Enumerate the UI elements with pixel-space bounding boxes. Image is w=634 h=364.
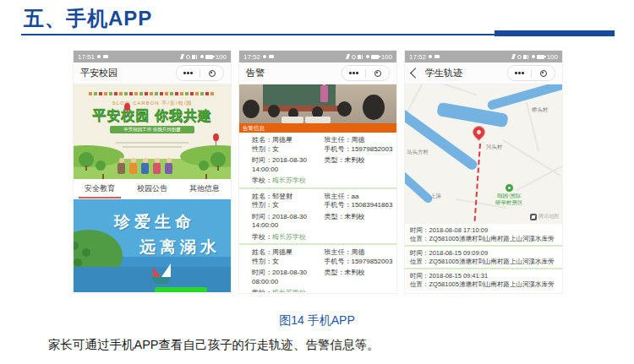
map-label-village: 河头村: [486, 144, 503, 151]
record-time: 2018-08-15 09:09:09: [429, 249, 489, 257]
figure-caption: 图14 手机APP: [0, 313, 634, 329]
trajectory-record[interactable]: 时间：2018-08-15 09:41:31 位置：ZQ581005浦塘村到山南…: [405, 269, 562, 291]
alert-entry[interactable]: 姓名：周德星 性别：女 时间：2018-08-30 08:00:00 学校：梅长…: [239, 245, 396, 292]
phone-screenshot-trajectory: 17:52 100 学生轨迹: [405, 51, 562, 293]
screenshot-strip: 17:51 100 平安校园 SLOW CARBON: [74, 51, 562, 293]
screenshot-icon: [269, 55, 274, 59]
alert-type: 未到校: [344, 269, 364, 276]
signal-icon: [523, 55, 529, 59]
phone-screenshot-alerts: 17:52 100 告警: [239, 51, 396, 293]
tab-bar: 安全教育 校园公告 其他信息: [74, 179, 231, 199]
alert-entry[interactable]: 姓名：周德星 性别：女 时间：2018-08-30 14:00:00 学校：梅长…: [239, 133, 396, 189]
river: [486, 84, 562, 111]
alert-phone: 15979852003: [351, 258, 392, 265]
map-logo-icon: [530, 214, 537, 220]
alert-phone: 15979852003: [351, 145, 392, 153]
battery-icon: [537, 55, 544, 59]
record-location: ZQ581005浦塘村到山南村路上山河溪水库旁: [429, 235, 555, 242]
banner-fineprint-line: [123, 146, 182, 148]
nav-bar: 平安校园: [74, 62, 231, 84]
battery-icon: [205, 55, 213, 59]
record-location: ZQ581005浦塘村到山南村路上山河溪水库旁: [429, 258, 555, 265]
miniprogram-capsule: [342, 65, 390, 81]
back-arrow-icon[interactable]: [410, 68, 421, 79]
signal-icon: [192, 55, 198, 59]
tab-other-info[interactable]: 其他信息: [178, 179, 231, 198]
close-minimize-button[interactable]: [366, 66, 389, 80]
more-menu-button[interactable]: [342, 66, 365, 80]
location-pin-icon[interactable]: [471, 124, 486, 139]
trajectory-record[interactable]: 时间：2018-08-15 09:09:09 位置：ZQ581005浦塘村到山南…: [405, 247, 562, 269]
target-icon: [374, 70, 381, 77]
student-head: [243, 100, 260, 118]
alert-school: 梅长苏学校: [272, 177, 306, 184]
carousel-progress-bar: [155, 287, 207, 292]
alert-section-header: 告警信息: [239, 123, 396, 133]
more-menu-button[interactable]: [177, 66, 199, 80]
sailboat-icon: [151, 262, 180, 284]
tree-icon: [96, 160, 106, 171]
battery-percent: 100: [381, 53, 392, 61]
alert-name: 邹登财: [272, 193, 292, 200]
status-bar: 17:52 100: [405, 51, 562, 62]
status-time: 17:52: [243, 53, 260, 61]
mute-icon: [200, 55, 204, 58]
more-menu-icon: [353, 72, 355, 74]
tree-icon: [199, 160, 209, 171]
alarm-icon: [97, 55, 101, 58]
drowning-safety-poster[interactable]: 珍爱生命 远离溺水: [74, 199, 231, 292]
poster-line1: 珍爱生命: [114, 211, 195, 233]
more-menu-icon: [518, 72, 521, 74]
tab-safety-education[interactable]: 安全教育: [74, 179, 126, 198]
tab-campus-notice[interactable]: 校园公告: [126, 179, 178, 198]
phone-screenshot-campus: 17:51 100 平安校园 SLOW CARBON: [74, 51, 231, 293]
student-shoulder: [281, 117, 303, 123]
map-poi: 颐园·国际 研学村景区: [495, 184, 523, 205]
alert-name: 周德星: [272, 248, 292, 256]
trajectory-map[interactable]: 马头方村 河头村 桥头村 上涂 颐园·国际 研学村景区 腾讯地图: [405, 84, 562, 224]
map-label-village: 马头方村: [407, 149, 429, 156]
map-road: [516, 162, 562, 192]
classroom-photo: [239, 84, 396, 123]
nav-title: 学生轨迹: [425, 67, 462, 79]
student-head: [337, 101, 352, 117]
map-road: [440, 84, 477, 95]
alarm-icon: [429, 55, 432, 58]
trajectory-record[interactable]: 时间：2018-08-08 17:10:09 位置：ZQ581005浦塘村到山南…: [405, 224, 562, 247]
description-text: 家长可通过手机APP查看自己孩子的行走轨迹、告警信息等。: [48, 337, 380, 353]
campus-banner[interactable]: SLOW CARBON 平/安/校/园 平安校园 你我共建 平安校园工作 你我共…: [74, 84, 231, 179]
status-time: 17:51: [78, 53, 95, 61]
status-bar: 17:52 100: [239, 51, 396, 62]
more-menu-button[interactable]: [508, 66, 531, 80]
teacher-figure: [320, 85, 328, 102]
alert-name: 周德星: [272, 136, 292, 144]
clock-icon: [517, 55, 522, 59]
poi-icon: [506, 184, 513, 192]
alert-gender: 女: [272, 201, 279, 209]
record-time: 2018-08-15 09:41:31: [429, 272, 489, 280]
tree-icon: [79, 152, 94, 167]
title-underline-accent: [495, 30, 615, 36]
record-location: ZQ581005浦塘村到山南村路上山河溪水库旁: [429, 280, 555, 288]
bunting-flags-icon: [89, 92, 216, 95]
close-minimize-button[interactable]: [200, 66, 223, 80]
charging-icon: [511, 54, 516, 59]
tree-icon: [210, 152, 226, 167]
alert-teacher: 周德: [351, 248, 364, 256]
target-icon: [209, 70, 216, 77]
student-head: [268, 105, 280, 117]
mute-icon: [532, 55, 535, 58]
cartoon-children: [118, 163, 172, 174]
alert-entry[interactable]: 姓名：邹登财 性别：女 时间：2018-08-30 14:00:00 学校：梅长…: [239, 189, 396, 246]
trajectory-dotted-line: [474, 144, 481, 221]
alert-phone: 15083941863: [351, 201, 392, 209]
alert-type: 未到校: [344, 156, 364, 164]
nav-title: 告警: [246, 67, 265, 79]
map-label-place: 上涂: [430, 193, 441, 200]
battery-icon: [371, 55, 379, 59]
miniprogram-capsule: [176, 65, 224, 81]
record-time: 2018-08-08 17:10:09: [429, 226, 489, 234]
screenshot-icon: [103, 55, 108, 59]
close-minimize-button[interactable]: [532, 66, 555, 80]
student-shoulder: [305, 117, 331, 123]
